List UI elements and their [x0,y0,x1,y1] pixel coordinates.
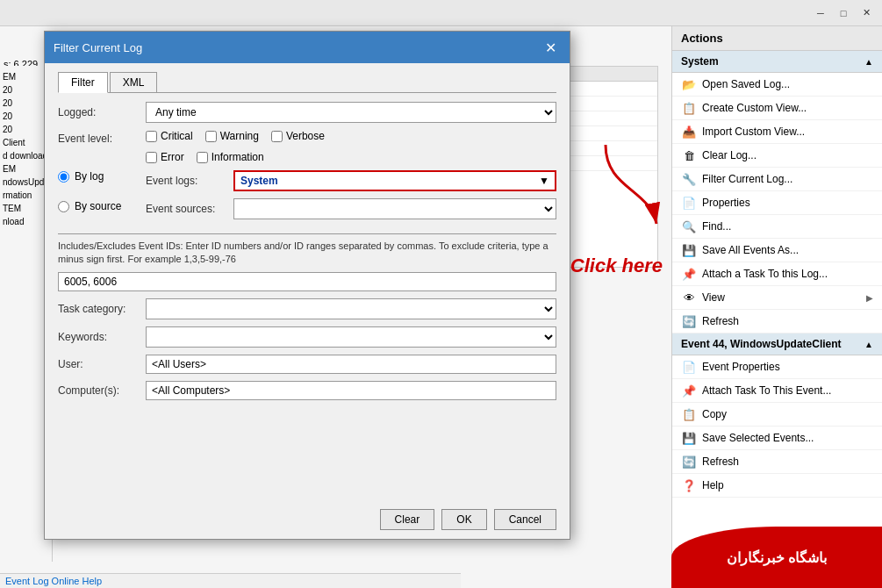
task-category-select[interactable] [146,298,556,319]
filter-icon: 🔧 [681,171,697,187]
create-custom-view-label: Create Custom View... [702,102,807,114]
attach-task-event-label: Attach Task To This Event... [702,384,831,397]
clear-log-label: Clear Log... [702,149,757,161]
close-button[interactable]: ✕ [855,4,878,23]
event-level-checkboxes: Critical Warning Verbose [146,130,556,142]
save-selected-events-label: Save Selected Events... [702,432,814,444]
ok-button[interactable]: OK [441,509,486,530]
find-label: Find... [702,220,731,233]
attach-task-item[interactable]: 📌 Attach a Task To this Log... [672,262,882,286]
logged-row: Logged: Any time [58,102,556,123]
save-icon: 💾 [681,242,697,258]
refresh-system-item[interactable]: 🔄 Refresh [672,310,882,333]
open-saved-log-label: Open Saved Log... [702,78,790,90]
tab-xml[interactable]: XML [110,72,158,92]
event-logs-row: Event logs: System ▼ [146,170,556,191]
save-all-events-item[interactable]: 💾 Save All Events As... [672,239,882,262]
refresh-icon: 🔄 [681,313,697,329]
import-custom-view-item[interactable]: 📥 Import Custom View... [672,120,882,144]
help-label: Help [702,479,724,491]
help-item[interactable]: ❓ Help [672,474,882,498]
log-source-fields: Event logs: System ▼ Event sources: [146,170,556,226]
verbose-label: Verbose [286,130,325,142]
event-logs-display[interactable]: System ▼ [233,170,556,191]
includes-text: Includes/Excludes Event IDs: Enter ID nu… [58,240,556,267]
dialog-title-bar: Filter Current Log ✕ [45,32,570,63]
view-item[interactable]: 👁 View ▶ [672,286,882,310]
minimize-button[interactable]: ─ [809,4,832,23]
by-source-radio-item: By source [58,200,146,212]
separator [58,233,556,234]
event-properties-item[interactable]: 📄 Event Properties [672,355,882,379]
event-section-label: Event 44, WindowsUpdateClient [681,338,842,350]
maximize-button[interactable]: □ [832,4,855,23]
radio-group: By log By source [58,170,146,226]
critical-checkbox-item: Critical [146,130,193,142]
computer-input[interactable] [146,381,556,400]
source-row: By log By source Event logs: System ▼ [58,170,556,226]
copy-item[interactable]: 📋 Copy [672,403,882,427]
system-section-label: System [681,55,719,68]
information-checkbox[interactable] [197,152,208,163]
clear-button[interactable]: Clear [380,509,435,530]
error-checkbox[interactable] [146,152,157,163]
task-category-row: Task category: [58,298,556,319]
create-custom-view-item[interactable]: 📋 Create Custom View... [672,97,882,120]
verbose-checkbox-item: Verbose [271,130,325,142]
properties-icon: 📄 [681,195,697,211]
logged-label: Logged: [58,106,146,118]
dialog-close-button[interactable]: ✕ [540,37,561,58]
event-log-online-help[interactable]: Event Log Online Help [0,573,461,588]
import-icon: 📥 [681,124,697,140]
filter-current-log-item[interactable]: 🔧 Filter Current Log... [672,168,882,191]
attach-task-left: 📌 Attach a Task To this Log... [681,266,828,282]
event-level-label: Event level: [58,133,146,145]
actions-header: Actions [672,26,882,51]
view-label: View [702,291,725,304]
warning-checkbox[interactable] [205,131,217,142]
keywords-label: Keywords: [58,331,146,343]
properties-item[interactable]: 📄 Properties [672,191,882,215]
clear-log-item[interactable]: 🗑 Clear Log... [672,144,882,168]
arrow-annotation [597,136,667,244]
filter-dialog: Filter Current Log ✕ Filter XML Logged: … [44,31,570,540]
refresh-system-label: Refresh [702,315,739,327]
warning-label: Warning [220,130,259,142]
by-log-radio[interactable] [58,171,69,183]
title-bar: ─ □ ✕ [0,0,882,26]
keywords-select[interactable] [146,326,556,348]
dialog-footer: Clear OK Cancel [367,500,570,539]
logged-select[interactable]: Any time [146,102,556,123]
save-selected-events-item[interactable]: 💾 Save Selected Events... [672,427,882,450]
verbose-checkbox[interactable] [271,131,283,142]
import-custom-view-label: Import Custom View... [702,125,805,138]
user-input[interactable] [146,355,556,374]
watermark: باشگاه خبرنگاران [671,527,882,588]
find-item[interactable]: 🔍 Find... [672,215,882,239]
cancel-button[interactable]: Cancel [494,509,556,530]
system-section-header[interactable]: System ▲ [672,51,882,73]
refresh-event-label: Refresh [702,455,739,468]
user-label: User: [58,358,146,370]
copy-icon: 📋 [681,406,697,422]
tab-filter[interactable]: Filter [58,72,108,93]
attach-icon: 📌 [681,266,697,282]
user-row: User: [58,355,556,374]
critical-checkbox[interactable] [146,131,157,142]
computer-row: Computer(s): [58,381,556,400]
click-here-annotation: Click here [570,255,663,277]
refresh-event-item[interactable]: 🔄 Refresh [672,450,882,474]
event-sources-label: Event sources: [146,203,233,215]
create-icon: 📋 [681,100,697,116]
event-section-header[interactable]: Event 44, WindowsUpdateClient ▲ [672,333,882,355]
collapse-arrow2-icon: ▲ [864,340,873,349]
by-source-radio[interactable] [58,201,69,212]
critical-label: Critical [161,130,193,142]
task-category-label: Task category: [58,303,146,315]
attach-task-event-item[interactable]: 📌 Attach Task To This Event... [672,379,882,403]
open-saved-log-item[interactable]: 📂 Open Saved Log... [672,73,882,97]
refresh-event-icon: 🔄 [681,454,697,470]
event-sources-select[interactable] [233,198,556,219]
event-ids-input[interactable] [58,272,556,291]
event-logs-label: Event logs: [146,175,233,187]
